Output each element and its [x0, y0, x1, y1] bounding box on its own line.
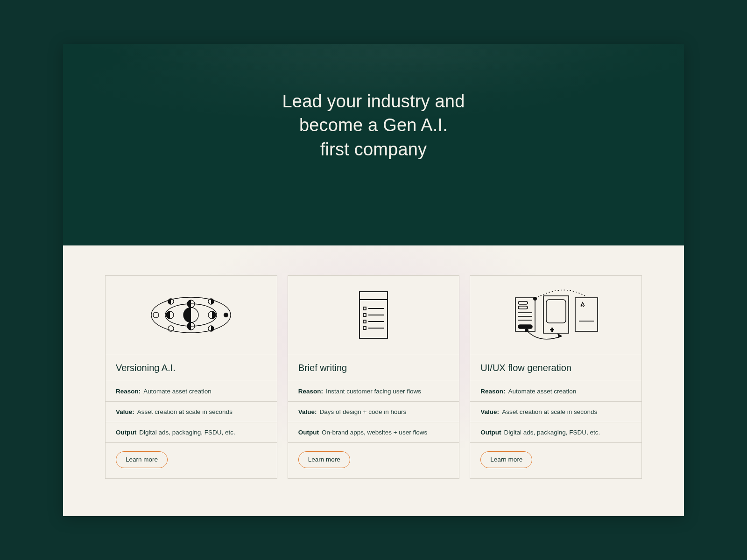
svg-point-36 [525, 329, 529, 332]
card-row-output: Output On-brand apps, websites + user fl… [288, 422, 459, 443]
moon-phases-icon [142, 285, 240, 345]
svg-rect-30 [543, 296, 569, 333]
learn-more-button[interactable]: Learn more [298, 451, 350, 468]
reason-value: Automate asset creation [143, 388, 211, 395]
card-title: Versioning A.I. [106, 354, 277, 381]
output-value: On-brand apps, websites + user flows [322, 429, 427, 436]
output-label: Output [480, 429, 501, 436]
output-value: Digital ads, packaging, FSDU, etc. [504, 429, 600, 436]
card-title: UI/UX flow generation [470, 354, 641, 381]
learn-more-button[interactable]: Learn more [480, 451, 532, 468]
svg-rect-19 [363, 320, 366, 323]
value-value: Days of design + code in hours [319, 408, 406, 415]
card-footer: Learn more [106, 443, 277, 478]
reason-label: Reason: [480, 388, 505, 395]
reason-label: Reason: [298, 388, 323, 395]
card-row-value: Value: Asset creation at scale in second… [106, 402, 277, 422]
uiux-flow-illustration [470, 276, 641, 354]
card-footer: Learn more [470, 443, 641, 478]
page: Lead your industry and become a Gen A.I.… [63, 44, 684, 516]
card-row-reason: Reason: Automate asset creation [106, 381, 277, 402]
svg-rect-32 [575, 298, 598, 331]
svg-point-7 [153, 312, 159, 318]
svg-rect-25 [518, 306, 528, 309]
hero-line2: become a Gen A.I. [299, 115, 448, 135]
value-label: Value: [480, 408, 499, 415]
card-row-output: Output Digital ads, packaging, FSDU, etc… [106, 422, 277, 443]
card-title: Brief writing [288, 354, 459, 381]
value-value: Asset creation at scale in seconds [502, 408, 597, 415]
svg-rect-15 [363, 307, 366, 310]
reason-value: Automate asset creation [508, 388, 577, 395]
output-label: Output [298, 429, 319, 436]
value-value: Asset creation at scale in seconds [137, 408, 233, 415]
output-value: Digital ads, packaging, FSDU, etc. [139, 429, 235, 436]
content-section: Versioning A.I. Reason: Automate asset c… [63, 245, 684, 516]
card-versioning: Versioning A.I. Reason: Automate asset c… [105, 275, 277, 479]
document-list-icon [324, 285, 423, 345]
svg-rect-24 [518, 301, 528, 304]
hero-line3: first company [320, 140, 427, 159]
svg-rect-31 [546, 300, 566, 323]
card-row-output: Output Digital ads, packaging, FSDU, etc… [470, 422, 641, 443]
card-row-value: Value: Asset creation at scale in second… [470, 402, 641, 422]
svg-point-34 [533, 297, 537, 301]
reason-value: Instant customer facing user flows [326, 388, 421, 395]
versioning-illustration [106, 276, 277, 354]
card-uiux-flow: UI/UX flow generation Reason: Automate a… [470, 275, 642, 479]
learn-more-button[interactable]: Learn more [116, 451, 168, 468]
value-label: Value: [116, 408, 134, 415]
wireframes-flow-icon [507, 285, 605, 345]
value-label: Value: [298, 408, 317, 415]
svg-rect-17 [363, 314, 366, 316]
hero-section: Lead your industry and become a Gen A.I.… [63, 44, 684, 245]
svg-rect-29 [518, 325, 532, 329]
svg-rect-21 [363, 327, 366, 329]
card-brief-writing: Brief writing Reason: Instant customer f… [288, 275, 460, 479]
brief-writing-illustration [288, 276, 459, 354]
reason-label: Reason: [116, 388, 141, 395]
svg-point-8 [224, 313, 228, 317]
card-row-reason: Reason: Automate asset creation [470, 381, 641, 402]
output-label: Output [116, 429, 136, 436]
hero-headline: Lead your industry and become a Gen A.I.… [282, 90, 465, 161]
card-row-reason: Reason: Instant customer facing user flo… [288, 381, 459, 402]
card-row-value: Value: Days of design + code in hours [288, 402, 459, 422]
card-footer: Learn more [288, 443, 459, 478]
cards-row: Versioning A.I. Reason: Automate asset c… [105, 275, 642, 479]
hero-line1: Lead your industry and [282, 91, 465, 111]
